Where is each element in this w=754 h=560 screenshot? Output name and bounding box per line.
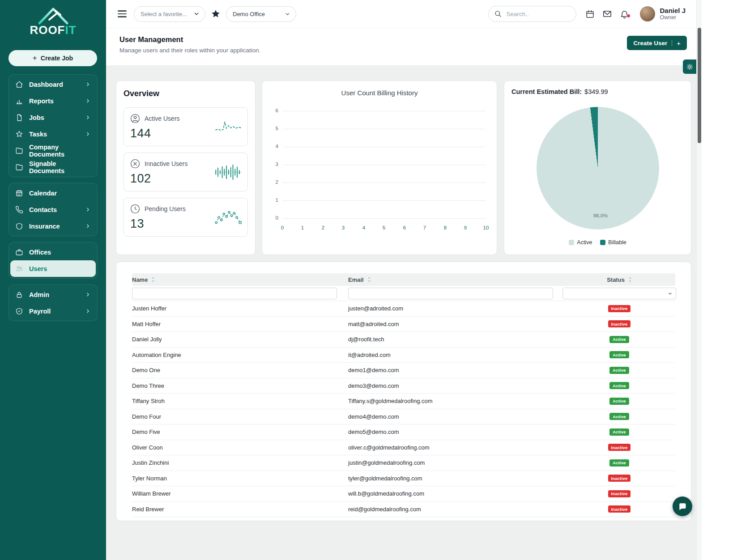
sidebar-item-tasks[interactable]: Tasks xyxy=(10,126,96,142)
plus-icon: + xyxy=(33,54,37,63)
status-badge: Inactive xyxy=(608,320,631,327)
table-row[interactable]: Tyler Normantyler@goldmedalroofing.comIn… xyxy=(132,471,675,487)
sidebar-item-payroll[interactable]: Payroll xyxy=(10,303,96,319)
create-user-button[interactable]: Create User + xyxy=(627,36,687,50)
folder-icon xyxy=(15,147,23,155)
table-row[interactable]: Automation Engineit@adroited.comActive xyxy=(132,348,675,363)
sidebar-item-label: Jobs xyxy=(29,114,44,121)
office-select[interactable]: Demo Office xyxy=(226,6,296,22)
calendar-icon xyxy=(15,189,23,197)
sort-icon xyxy=(628,277,632,282)
plus-icon: + xyxy=(677,39,681,47)
favorite-star-icon[interactable] xyxy=(211,9,221,19)
table-row[interactable]: Daniel Jollydj@roofit.techActive xyxy=(132,332,675,348)
column-header-email[interactable]: Email xyxy=(348,276,562,283)
table-row[interactable]: Justen Hofferjusten@adroited.comInactive xyxy=(132,301,675,317)
sidebar-item-contacts[interactable]: Contacts xyxy=(10,201,96,218)
x-tick-label: 9 xyxy=(460,225,470,230)
name-filter-input[interactable] xyxy=(132,288,337,299)
inactive-users-stat: Innactive Users 102 xyxy=(124,153,248,191)
sidebar-group: Dashboard Reports Jobs Tasks xyxy=(9,74,98,177)
lock-icon xyxy=(15,291,23,299)
chart-title: User Count Billing History xyxy=(262,89,497,97)
sidebar-item-reports[interactable]: Reports xyxy=(10,93,96,109)
roofit-logo[interactable]: ROOFIT xyxy=(0,0,106,43)
stat-label: Active Users xyxy=(145,115,180,122)
favorite-select[interactable]: Select a favorite... xyxy=(134,6,205,22)
legend-item-active[interactable]: Active xyxy=(569,239,592,246)
shield-check-icon xyxy=(15,307,23,315)
scrollbar-thumb[interactable] xyxy=(698,28,701,143)
mail-icon[interactable] xyxy=(602,9,612,19)
table-row[interactable]: Tiffany StrohTiffany.s@goldmedalroofing.… xyxy=(132,394,675,409)
gridline xyxy=(282,129,486,129)
chevron-right-icon xyxy=(85,223,91,229)
home-icon xyxy=(15,81,23,89)
page-title: User Management xyxy=(119,35,696,44)
sidebar-item-calendar[interactable]: Calendar xyxy=(10,185,96,201)
status-badge: Inactive xyxy=(608,490,631,497)
x-tick-label: 0 xyxy=(277,225,287,230)
bell-icon[interactable] xyxy=(620,9,629,19)
sidebar-item-users[interactable]: Users xyxy=(10,260,96,277)
sidebar-item-jobs[interactable]: Jobs xyxy=(10,109,96,126)
menu-toggle-button[interactable] xyxy=(118,10,127,17)
sidebar-item-dashboard[interactable]: Dashboard xyxy=(10,76,96,93)
table-row[interactable]: Demo Fivedemo5@demo.comActive xyxy=(132,424,675,440)
pie-legend: Active Billable xyxy=(504,239,691,246)
sidebar-item-admin[interactable]: Admin xyxy=(10,286,96,303)
user-name: Daniel J xyxy=(660,7,686,14)
shield-icon xyxy=(15,222,23,230)
table-row[interactable]: Oliver Coonoliver.c@goldmedalroofing.com… xyxy=(132,440,675,456)
x-tick-label: 6 xyxy=(400,225,409,230)
chevron-right-icon xyxy=(85,131,91,137)
roofit-house-icon xyxy=(37,4,70,25)
billing-history-plot: 6 5 4 3 2 1 0 0 1 2 3 4 5 6 7 8 9 xyxy=(262,101,497,244)
chat-button[interactable] xyxy=(673,496,692,516)
page-header: User Management Manage users and their r… xyxy=(106,28,696,65)
search-field[interactable] xyxy=(488,6,576,22)
sidebar-item-insurance[interactable]: Insurance xyxy=(10,218,96,234)
chevron-right-icon xyxy=(85,292,91,297)
status-badge: Active xyxy=(609,367,629,374)
status-filter-select[interactable] xyxy=(562,288,676,299)
topbar: Select a favorite... Demo Office xyxy=(106,0,696,28)
sidebar-item-offices[interactable]: Offices xyxy=(10,244,96,260)
search-icon xyxy=(494,10,502,18)
pending-users-sparkline xyxy=(214,208,242,227)
email-filter-input[interactable] xyxy=(348,288,553,299)
phone-icon xyxy=(15,206,23,214)
column-header-status[interactable]: Status xyxy=(562,276,676,283)
sidebar-item-company-documents[interactable]: Company Documents xyxy=(10,142,96,159)
y-tick-label: 2 xyxy=(262,179,278,185)
legend-item-billable[interactable]: Billable xyxy=(600,239,626,246)
table-row[interactable]: Justin Zinchinijustin@goldmedalroofing.c… xyxy=(132,455,675,471)
table-row[interactable]: Matt Hoffermatt@adroited.comInactive xyxy=(132,317,675,332)
x-circle-icon xyxy=(130,159,140,169)
file-icon xyxy=(15,114,23,122)
vertical-scrollbar xyxy=(696,0,702,560)
calendar-icon[interactable] xyxy=(585,9,595,19)
settings-gear-button[interactable] xyxy=(683,59,696,74)
sidebar-item-label: Calendar xyxy=(29,190,57,197)
search-input[interactable] xyxy=(506,11,564,17)
x-tick-label: 7 xyxy=(420,225,430,230)
sidebar-item-label: Signable Documents xyxy=(29,160,91,174)
x-tick-label: 3 xyxy=(338,225,348,230)
table-row[interactable]: Demo Fourdemo4@demo.comActive xyxy=(132,409,675,425)
bar-chart-icon xyxy=(15,97,23,105)
column-header-name[interactable]: Name xyxy=(132,276,348,283)
y-tick-label: 3 xyxy=(262,161,278,167)
avatar[interactable] xyxy=(640,6,655,21)
status-badge: Active xyxy=(609,413,629,420)
table-row[interactable]: Demo Onedemo1@demo.comActive xyxy=(132,363,675,378)
office-select-value: Demo Office xyxy=(233,11,265,17)
gridline xyxy=(282,165,486,165)
chevron-right-icon xyxy=(85,115,91,120)
table-row[interactable]: Demo Threedemo3@demo.comActive xyxy=(132,378,675,394)
table-row[interactable]: Reid Brewerreid@goldmedalroofing.comInac… xyxy=(132,502,675,518)
table-row[interactable]: William Brewerwill.b@goldmedalroofing.co… xyxy=(132,486,675,502)
sidebar-item-label: Reports xyxy=(29,98,54,105)
sidebar-item-signable-documents[interactable]: Signable Documents xyxy=(10,159,96,175)
create-job-button[interactable]: + Create Job xyxy=(9,50,97,66)
